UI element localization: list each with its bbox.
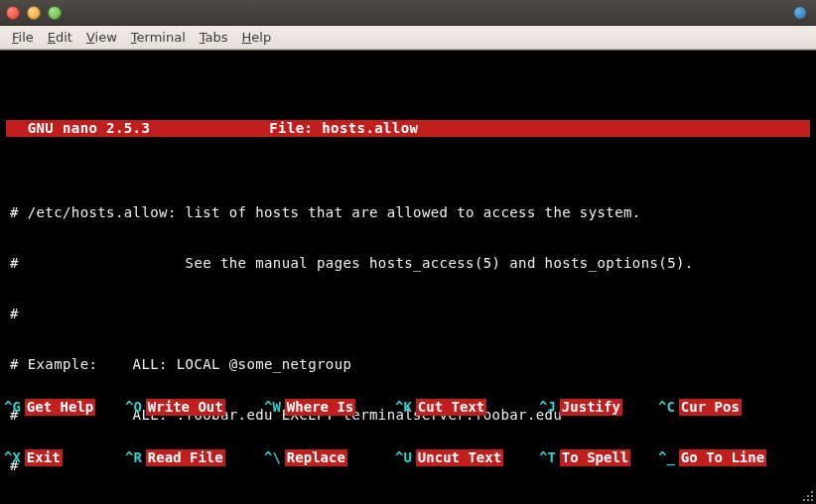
- menu-edit[interactable]: Edit: [42, 28, 78, 47]
- window-controls: [6, 6, 62, 20]
- shortcut-row-1: ^GGet Help ^OWrite Out ^WWhere Is ^KCut …: [4, 399, 812, 416]
- menu-view[interactable]: View: [80, 28, 123, 47]
- file-line: # /etc/hosts.allow: list of hosts that a…: [10, 204, 810, 221]
- menu-file[interactable]: File: [6, 28, 40, 47]
- shortcut-uncut-text: ^UUncut Text: [395, 449, 539, 466]
- shortcut-row-2: ^XExit ^RRead File ^\Replace ^UUncut Tex…: [4, 449, 812, 466]
- shortcut-exit: ^XExit: [4, 449, 125, 466]
- menu-tabs[interactable]: Tabs: [194, 28, 234, 47]
- nano-version: GNU nano 2.5.3: [6, 120, 150, 137]
- file-line: #: [10, 306, 810, 322]
- window-maximize-button[interactable]: [48, 6, 62, 20]
- nano-shortcut-bar: ^GGet Help ^OWrite Out ^WWhere Is ^KCut …: [4, 365, 812, 500]
- nano-filename: File: hosts.allow: [150, 120, 810, 137]
- shortcut-to-spell: ^TTo Spell: [539, 449, 658, 466]
- shortcut-justify: ^JJustify: [539, 399, 658, 416]
- nano-header: GNU nano 2.5.3 File: hosts.allow: [6, 120, 810, 137]
- shortcut-write-out: ^OWrite Out: [125, 399, 264, 416]
- window-close-button[interactable]: [6, 6, 20, 20]
- shortcut-cut-text: ^KCut Text: [395, 399, 539, 416]
- menu-terminal[interactable]: Terminal: [125, 28, 192, 47]
- titlebar-indicator-icon: [794, 7, 806, 19]
- shortcut-go-to-line: ^_Go To Line: [658, 449, 812, 466]
- shortcut-get-help: ^GGet Help: [4, 399, 125, 416]
- menubar: File Edit View Terminal Tabs Help: [0, 26, 816, 50]
- shortcut-cur-pos: ^CCur Pos: [658, 399, 812, 416]
- shortcut-replace: ^\Replace: [264, 449, 395, 466]
- terminal[interactable]: GNU nano 2.5.3 File: hosts.allow # /etc/…: [0, 50, 816, 504]
- window-minimize-button[interactable]: [27, 6, 41, 20]
- file-line: # See the manual pages hosts_access(5) a…: [10, 255, 810, 272]
- shortcut-read-file: ^RRead File: [125, 449, 264, 466]
- menu-help[interactable]: Help: [236, 28, 278, 47]
- window-titlebar: [0, 0, 816, 26]
- shortcut-where-is: ^WWhere Is: [264, 399, 395, 416]
